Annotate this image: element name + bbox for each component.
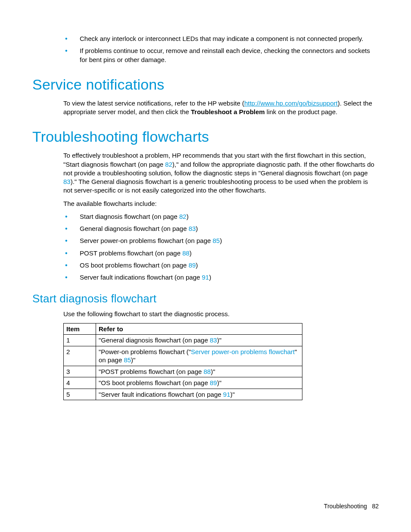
- text: )." The General diagnosis flowchart is a…: [63, 178, 368, 194]
- text: ): [187, 213, 189, 220]
- text: )": [211, 368, 215, 375]
- text: POST problems flowchart (on page: [80, 249, 182, 257]
- service-notifications-paragraph: To view the latest service notifications…: [32, 99, 379, 117]
- footer-page-number: 82: [372, 503, 379, 510]
- footer-section: Troubleshooting: [324, 503, 367, 510]
- page-ref[interactable]: 89: [189, 261, 196, 269]
- text: Start diagnosis flowchart (on page: [80, 213, 179, 220]
- table-cell-refer: "POST problems flowchart (on page 88)": [96, 366, 302, 377]
- page-ref[interactable]: 88: [204, 368, 211, 375]
- list-item: If problems continue to occur, remove an…: [63, 47, 379, 64]
- flowchart-link[interactable]: Server power-on problems flowchart: [191, 348, 295, 355]
- list-item: Check any interlock or interconnect LEDs…: [63, 34, 379, 43]
- text: )": [217, 379, 221, 386]
- list-item: Server fault indications flowchart (on p…: [63, 273, 379, 282]
- text: ): [196, 225, 198, 232]
- table-row: 3 "POST problems flowchart (on page 88)": [64, 366, 302, 377]
- text: )": [217, 336, 221, 344]
- text: link on the product page.: [265, 108, 337, 115]
- text: Server fault indications flowchart (on p…: [80, 274, 202, 281]
- text: General diagnosis flowchart (on page: [80, 225, 189, 232]
- flowcharts-list-intro: The available flowcharts include:: [32, 199, 379, 208]
- text: ): [190, 249, 192, 257]
- table-cell-item: 5: [64, 389, 96, 400]
- list-item: Server power-on problems flowchart (on p…: [63, 236, 379, 245]
- text: ): [196, 261, 198, 269]
- start-diagnosis-paragraph: Use the following flowchart to start the…: [32, 310, 379, 318]
- reference-table: Item Refer to 1 "General diagnosis flowc…: [63, 323, 302, 401]
- troubleshoot-problem-label: Troubleshoot a Problem: [191, 108, 265, 115]
- table-cell-item: 4: [64, 377, 96, 389]
- text: "POST problems flowchart (on page: [99, 368, 204, 375]
- page-ref[interactable]: 82: [165, 161, 172, 168]
- heading-service-notifications: Service notifications: [32, 76, 379, 93]
- table-cell-item: 3: [64, 366, 96, 377]
- table-cell-item: 2: [64, 346, 96, 366]
- table-row: 1 "General diagnosis flowchart (on page …: [64, 335, 302, 346]
- page-ref[interactable]: 91: [202, 274, 209, 281]
- flowcharts-intro-paragraph: To effectively troubleshoot a problem, H…: [32, 151, 379, 195]
- table-row: 4 "OS boot problems flowchart (on page 8…: [64, 377, 302, 389]
- list-item: Start diagnosis flowchart (on page 82): [63, 212, 379, 221]
- page-ref[interactable]: 82: [179, 213, 187, 220]
- text: ): [209, 274, 211, 281]
- text: "General diagnosis flowchart (on page: [99, 336, 210, 344]
- table-row: 5 "Server fault indications flowchart (o…: [64, 389, 302, 400]
- table-cell-refer: "Server fault indications flowchart (on …: [96, 389, 302, 400]
- text: OS boot problems flowchart (on page: [80, 261, 189, 269]
- text: ): [220, 237, 222, 244]
- flowcharts-bullet-list: Start diagnosis flowchart (on page 82) G…: [32, 212, 379, 282]
- page-ref[interactable]: 88: [182, 249, 190, 257]
- table-header-refer: Refer to: [96, 323, 302, 335]
- list-item: OS boot problems flowchart (on page 89): [63, 261, 379, 270]
- text: "Power-on problems flowchart (": [99, 348, 191, 355]
- page-ref[interactable]: 91: [223, 391, 230, 398]
- page-footer: Troubleshooting 82: [324, 503, 379, 510]
- page-ref[interactable]: 83: [189, 225, 196, 232]
- list-item: POST problems flowchart (on page 88): [63, 249, 379, 258]
- table-cell-item: 1: [64, 335, 96, 346]
- page-ref[interactable]: 85: [212, 237, 220, 244]
- text: )": [131, 356, 135, 364]
- bizsupport-link[interactable]: http://www.hp.com/go/bizsupport: [244, 100, 338, 107]
- list-item: General diagnosis flowchart (on page 83): [63, 224, 379, 233]
- page-ref[interactable]: 83: [63, 178, 71, 185]
- heading-start-diagnosis-flowchart: Start diagnosis flowchart: [32, 292, 379, 305]
- table-cell-refer: "OS boot problems flowchart (on page 89)…: [96, 377, 302, 389]
- text: Server power-on problems flowchart (on p…: [80, 237, 212, 244]
- heading-troubleshooting-flowcharts: Troubleshooting flowcharts: [32, 128, 379, 145]
- table-row: 2 "Power-on problems flowchart ("Server …: [64, 346, 302, 366]
- text: "Server fault indications flowchart (on …: [99, 391, 223, 398]
- page-ref[interactable]: 85: [124, 356, 131, 364]
- top-bullet-list: Check any interlock or interconnect LEDs…: [32, 34, 379, 64]
- text: "OS boot problems flowchart (on page: [99, 379, 210, 386]
- page-ref[interactable]: 83: [210, 336, 217, 344]
- table-cell-refer: "Power-on problems flowchart ("Server po…: [96, 346, 302, 366]
- table-cell-refer: "General diagnosis flowchart (on page 83…: [96, 335, 302, 346]
- text: To view the latest service notifications…: [63, 100, 244, 107]
- page-ref[interactable]: 89: [210, 379, 217, 386]
- table-header-item: Item: [64, 323, 96, 335]
- table-header-row: Item Refer to: [64, 323, 302, 335]
- text: )": [230, 391, 235, 398]
